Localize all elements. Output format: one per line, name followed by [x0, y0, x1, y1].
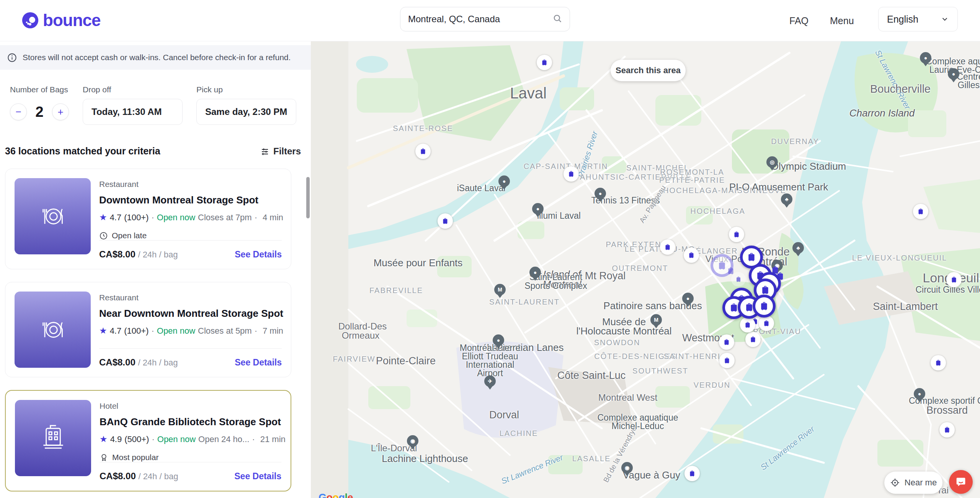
storage-location-marker[interactable]	[729, 227, 744, 242]
bounce-logo[interactable]: bounce	[21, 11, 100, 30]
location-card[interactable]: Restaurant Near Downtown Montreal Storag…	[5, 282, 291, 377]
bags-label: Number of Bags	[10, 85, 69, 94]
map-area[interactable]: LavalSAINTE-ROSEDUVERNAYCAP-SAINT-MARTIN…	[311, 41, 980, 498]
bags-minus-button[interactable]: −	[10, 103, 27, 120]
rating-value: 4.9	[110, 434, 122, 444]
dropoff-label: Drop off	[83, 85, 183, 94]
storage-location-marker[interactable]	[537, 55, 552, 70]
location-category: Restaurant	[99, 293, 282, 302]
card-divider	[99, 240, 282, 241]
review-count: (500+)	[124, 434, 149, 444]
google-logo-letter: l	[345, 492, 348, 498]
restaurant-icon	[37, 200, 69, 233]
nav-faq[interactable]: FAQ	[789, 0, 808, 41]
closing-time: Closes at 5pm	[198, 326, 252, 336]
storage-location-marker[interactable]	[719, 334, 734, 350]
results-header: 36 locations matched your criteria Filte…	[0, 146, 311, 157]
location-title: BAnQ Grande Bibliotech Storage Spot	[100, 416, 281, 428]
price-unit: / 24h / bag	[138, 358, 178, 367]
price: CA$8.00 / 24h / bag	[100, 471, 178, 482]
nav-menu[interactable]: Menu	[830, 0, 854, 41]
separator: ·	[151, 326, 154, 336]
price-value: CA$8.00	[100, 471, 136, 481]
star-icon: ★	[100, 434, 108, 444]
info-icon	[7, 52, 17, 63]
storage-location-marker[interactable]	[740, 317, 755, 333]
google-logo-letter: G	[318, 492, 327, 498]
pickup-label: Pick up	[196, 85, 296, 94]
location-meta: ★ 4.7 (100+) · Open now Closes at 7pm · …	[99, 212, 282, 223]
google-logo-letter: o	[333, 492, 339, 498]
see-details-link[interactable]: See Details	[234, 471, 281, 482]
near-me-button[interactable]: Near me	[884, 472, 942, 494]
map-markers-layer	[311, 41, 980, 498]
storage-location-marker[interactable]	[939, 422, 955, 437]
rating-value: 4.7	[110, 213, 122, 223]
walk-time: 4 min	[263, 213, 283, 223]
booking-controls: Number of Bags − 2 + Drop off Today, 11:…	[0, 70, 311, 125]
filters-button[interactable]: Filters	[260, 146, 301, 157]
walk-time: 7 min	[263, 326, 283, 336]
location-category: Restaurant	[99, 180, 282, 189]
separator: ·	[255, 213, 257, 223]
sidebar-scrollbar[interactable]	[306, 177, 310, 218]
storage-location-marker[interactable]	[759, 316, 774, 331]
storage-location-marker[interactable]	[753, 295, 776, 318]
chat-widget-button[interactable]	[949, 470, 973, 494]
filters-icon	[260, 147, 270, 156]
quantity-stepper: − 2 +	[10, 99, 69, 125]
price-unit: / 24h / bag	[138, 250, 178, 259]
google-logo[interactable]: Google	[318, 492, 353, 498]
info-banner: Stores will not accept cash or walk-ins.…	[0, 45, 311, 70]
storage-location-marker[interactable]	[438, 213, 453, 229]
filters-label: Filters	[273, 146, 301, 157]
open-status: Open now	[157, 326, 195, 336]
location-photo	[15, 178, 91, 254]
banner-text: Stores will not accept cash or walk-ins.…	[23, 53, 291, 62]
location-feature: Most popular	[100, 453, 281, 462]
logo-wordmark: bounce	[43, 11, 100, 30]
location-photo	[15, 292, 91, 368]
bags-value: 2	[34, 104, 44, 120]
storage-location-marker[interactable]	[415, 144, 431, 159]
price-row: CA$8.00 / 24h / bag See Details	[99, 249, 282, 260]
bags-control: Number of Bags − 2 +	[10, 85, 69, 125]
location-card[interactable]: Restaurant Downtown Montreal Storage Spo…	[5, 169, 291, 269]
search-input[interactable]	[400, 14, 552, 25]
storage-location-marker[interactable]	[913, 204, 928, 219]
price-row: CA$8.00 / 24h / bag See Details	[100, 471, 281, 482]
see-details-link[interactable]: See Details	[235, 249, 282, 260]
card-divider	[99, 348, 282, 349]
google-logo-letter: e	[348, 492, 353, 498]
open-status: Open now	[157, 213, 195, 223]
feature-label: Open late	[112, 231, 147, 240]
card-divider	[100, 462, 281, 462]
location-title: Near Downtown Montreal Storage Spot	[99, 308, 282, 319]
storage-location-marker[interactable]	[731, 272, 746, 287]
language-selector[interactable]: English	[878, 7, 958, 31]
storage-location-marker[interactable]	[719, 353, 735, 368]
storage-location-marker[interactable]	[745, 332, 761, 347]
storage-location-marker[interactable]	[946, 272, 962, 287]
review-count: (100+)	[124, 326, 149, 336]
price-unit: / 24h / bag	[138, 472, 178, 481]
storage-location-marker[interactable]	[931, 355, 946, 370]
storage-location-marker[interactable]	[660, 239, 675, 255]
open-status: Open now	[157, 434, 196, 444]
bounce-logo-icon	[21, 11, 39, 29]
pickup-field[interactable]: Same day, 2:30 PM	[196, 99, 296, 125]
storage-location-marker[interactable]	[684, 247, 699, 263]
storage-location-marker[interactable]	[684, 466, 700, 481]
search-this-area-label: Search this area	[616, 66, 681, 75]
separator: ·	[255, 326, 257, 336]
dropoff-field[interactable]: Today, 11:30 AM	[83, 99, 183, 125]
search-icon[interactable]	[552, 13, 563, 25]
review-count: (100+)	[124, 213, 149, 223]
location-card-selected[interactable]: Hotel BAnQ Grande Bibliotech Storage Spo…	[5, 390, 291, 491]
see-details-link[interactable]: See Details	[235, 357, 282, 368]
bags-plus-button[interactable]: +	[52, 103, 69, 120]
search-this-area-button[interactable]: Search this area	[611, 60, 686, 81]
storage-location-marker[interactable]	[564, 166, 579, 182]
location-category: Hotel	[100, 401, 281, 411]
price-row: CA$8.00 / 24h / bag See Details	[99, 357, 282, 368]
